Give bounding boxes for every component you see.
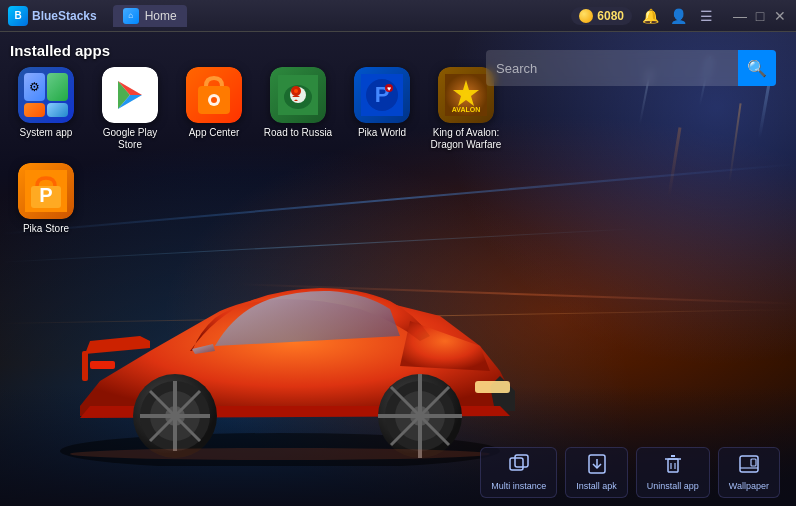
title-bar: B BlueStacks ⌂ Home 6080 🔔 👤 ☰ — □ ✕ [0,0,796,32]
uninstall-app-icon [663,454,683,479]
svg-point-33 [294,89,298,93]
coin-icon [579,9,593,23]
multi-instance-button[interactable]: Multi instance [480,447,557,498]
app-icon-road-to-russia [270,67,326,123]
bluestacks-logo: B BlueStacks [8,6,97,26]
svg-rect-57 [751,459,756,466]
menu-icon[interactable]: ☰ [696,6,716,26]
svg-text:♥: ♥ [387,85,391,92]
install-apk-label: Install apk [576,481,617,491]
search-button[interactable]: 🔍 [738,50,776,86]
app-item-pika-world[interactable]: P ♥ Pika World [346,67,418,151]
rtr-icon [270,67,326,123]
bottom-toolbar: Multi instance Install apk [480,447,780,498]
wallpaper-label: Wallpaper [729,481,769,491]
wallpaper-button[interactable]: Wallpaper [718,447,780,498]
pikaworld-icon: P ♥ [354,67,410,123]
window-controls: — □ ✕ [732,8,788,24]
installed-apps-title: Installed apps [10,42,510,59]
main-content: Installed apps ⚙ System app [0,32,796,506]
wallpaper-icon [739,454,759,479]
app-label-pika-world: Pika World [358,127,406,139]
app-icon-app-center [186,67,242,123]
svg-text:AVALON: AVALON [452,106,481,113]
svg-rect-19 [90,361,115,369]
coin-badge: 6080 [571,7,632,25]
app-icon-system-app: ⚙ [18,67,74,123]
installed-apps-section: Installed apps ⚙ System app [10,42,510,235]
app-item-google-play[interactable]: Google Play Store [94,67,166,151]
gplay-icon [102,67,158,123]
appcenter-icon [186,67,242,123]
svg-rect-55 [740,456,758,472]
city-streaks [478,32,796,506]
uninstall-app-label: Uninstall app [647,481,699,491]
svg-point-20 [70,448,490,460]
app-label-king-of-avalon: King of Avalon: Dragon Warfare [430,127,502,151]
apps-grid: ⚙ System app [10,67,510,235]
home-tab[interactable]: ⌂ Home [113,5,187,27]
app-label-google-play: Google Play Store [94,127,166,151]
svg-text:P: P [39,184,52,206]
install-apk-icon [587,454,607,479]
system-icon: ⚙ [18,67,74,123]
app-item-pika-store[interactable]: P Pika Store [10,163,82,235]
app-item-app-center[interactable]: App Center [178,67,250,151]
notification-icon[interactable]: 🔔 [640,6,660,26]
home-tab-icon: ⌂ [123,8,139,24]
app-icon-google-play [102,67,158,123]
search-bar: 🔍 [486,50,776,86]
app-label-road-to-russia: Road to Russia [264,127,332,139]
home-tab-label: Home [145,9,177,23]
svg-rect-50 [668,459,678,472]
install-apk-button[interactable]: Install apk [565,447,628,498]
multi-instance-icon [509,454,529,479]
app-item-system-app[interactable]: ⚙ System app [10,67,82,151]
svg-rect-46 [510,458,523,470]
svg-point-28 [211,97,217,103]
app-label-pika-store: Pika Store [23,223,69,235]
close-button[interactable]: ✕ [772,8,788,24]
search-input[interactable] [486,53,738,84]
user-icon[interactable]: 👤 [668,6,688,26]
brand-name: BlueStacks [32,9,97,23]
multi-instance-label: Multi instance [491,481,546,491]
app-label-system-app: System app [20,127,73,139]
svg-rect-47 [515,455,528,467]
svg-rect-2 [82,351,88,381]
app-item-road-to-russia[interactable]: Road to Russia [262,67,334,151]
bluestacks-icon: B [8,6,28,26]
pikastore-icon: P [18,163,74,219]
coin-count: 6080 [597,9,624,23]
uninstall-app-button[interactable]: Uninstall app [636,447,710,498]
app-icon-pika-store: P [18,163,74,219]
maximize-button[interactable]: □ [752,8,768,24]
app-label-app-center: App Center [189,127,240,139]
minimize-button[interactable]: — [732,8,748,24]
app-icon-pika-world: P ♥ [354,67,410,123]
